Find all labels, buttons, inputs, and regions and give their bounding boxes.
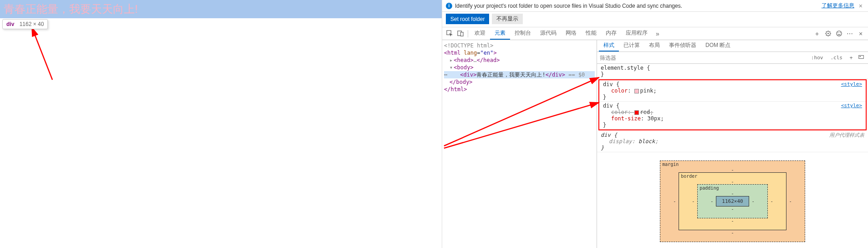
- styles-filter-bar: :hov .cls +: [597, 52, 868, 64]
- rendered-page: 青春正能量，我要天天向上! div 1162 × 40: [0, 0, 442, 248]
- rule-div-pink[interactable]: <style> div { color: pink; }: [599, 80, 866, 102]
- learn-more-link[interactable]: 了解更多信息: [822, 2, 854, 10]
- box-model-content: 1162×40: [716, 196, 749, 207]
- device-toggle-icon[interactable]: [455, 28, 466, 39]
- more-tabs-icon[interactable]: »: [652, 28, 663, 39]
- style-source-link[interactable]: <style>: [841, 81, 862, 87]
- dom-html-open[interactable]: <html lang="en">: [444, 49, 595, 57]
- dom-doctype[interactable]: <!DOCTYPE html>: [444, 42, 595, 49]
- tab-network[interactable]: 网络: [561, 27, 581, 40]
- devtools-tabs: 欢迎 元素 控制台 源代码 网络 性能 内存 应用程序 » + ⋯ ×: [442, 27, 868, 40]
- ua-stylesheet-label: 用户代理样式表: [829, 132, 864, 139]
- subtab-computed[interactable]: 已计算: [619, 40, 644, 52]
- tooltip-tag: div: [6, 21, 14, 27]
- close-devtools-icon[interactable]: ×: [855, 28, 866, 39]
- arrow-annotation-3: [442, 98, 606, 153]
- plus-icon[interactable]: +: [812, 28, 822, 39]
- color-swatch-pink[interactable]: [634, 89, 639, 93]
- dont-show-button[interactable]: 不再显示: [492, 14, 523, 24]
- tab-welcome[interactable]: 欢迎: [470, 27, 490, 40]
- svg-rect-9: [859, 56, 864, 59]
- rendering-icon[interactable]: [857, 54, 865, 62]
- highlighted-element: 青春正能量，我要天天向上!: [0, 0, 442, 18]
- svg-point-8: [839, 32, 840, 33]
- dom-head[interactable]: ▸<head>…</head>: [444, 57, 595, 64]
- tooltip-dimensions: 1162 × 40: [20, 21, 44, 27]
- rule-element-style[interactable]: element.style { }: [597, 64, 868, 79]
- styles-subtabs: 样式 已计算 布局 事件侦听器 DOM 断点: [597, 40, 868, 52]
- tab-sources[interactable]: 源代码: [536, 27, 561, 40]
- style-source-link-2[interactable]: <style>: [841, 103, 862, 108]
- subtab-event[interactable]: 事件侦听器: [664, 40, 701, 52]
- set-root-folder-button[interactable]: Set root folder: [446, 14, 489, 24]
- subtab-styles[interactable]: 样式: [599, 40, 619, 52]
- hov-toggle[interactable]: :hov: [808, 54, 826, 61]
- rule-user-agent[interactable]: 用户代理样式表 div { display: block; }: [597, 131, 868, 152]
- close-info-icon[interactable]: ×: [857, 2, 864, 10]
- svg-point-7: [837, 32, 838, 33]
- element-tooltip: div 1162 × 40: [2, 19, 48, 29]
- subtab-layout[interactable]: 布局: [644, 40, 664, 52]
- select-element-icon[interactable]: [444, 28, 455, 39]
- tab-application[interactable]: 应用程序: [621, 27, 652, 40]
- styles-rules[interactable]: element.style { } <style> div { color: p…: [597, 64, 868, 248]
- arrow-annotation-1: [30, 25, 57, 84]
- tab-performance[interactable]: 性能: [581, 27, 601, 40]
- subtab-dom-breakpoints[interactable]: DOM 断点: [701, 40, 735, 52]
- settings-icon[interactable]: [822, 28, 833, 39]
- new-style-rule-icon[interactable]: +: [847, 55, 855, 61]
- svg-line-12: [444, 103, 599, 148]
- svg-point-5: [827, 33, 829, 34]
- info-actions: Set root folder 不再显示: [442, 12, 868, 27]
- tab-elements[interactable]: 元素: [490, 27, 510, 40]
- info-text: Identify your project's root folder to o…: [455, 3, 819, 9]
- kebab-menu-icon[interactable]: ⋯: [844, 28, 855, 39]
- tab-console[interactable]: 控制台: [510, 27, 536, 40]
- cls-toggle[interactable]: .cls: [828, 54, 846, 61]
- red-highlight-box: <style> div { color: pink; } <style> div…: [598, 79, 867, 130]
- svg-line-0: [32, 27, 52, 80]
- svg-rect-10: [860, 56, 861, 57]
- svg-point-6: [836, 31, 841, 36]
- box-model-diagram[interactable]: margin - - border - -: [597, 152, 868, 248]
- feedback-icon[interactable]: [833, 28, 844, 39]
- styles-filter-input[interactable]: [600, 55, 807, 61]
- svg-rect-3: [460, 32, 463, 36]
- info-bar: i Identify your project's root folder to…: [442, 0, 868, 12]
- color-swatch-red[interactable]: [634, 110, 639, 115]
- tab-memory[interactable]: 内存: [601, 27, 621, 40]
- info-icon: i: [446, 3, 452, 9]
- styles-panel: 样式 已计算 布局 事件侦听器 DOM 断点 :hov .cls +: [597, 40, 868, 248]
- rule-div-red[interactable]: <style> div { color: red; font-size: 30p…: [599, 102, 866, 129]
